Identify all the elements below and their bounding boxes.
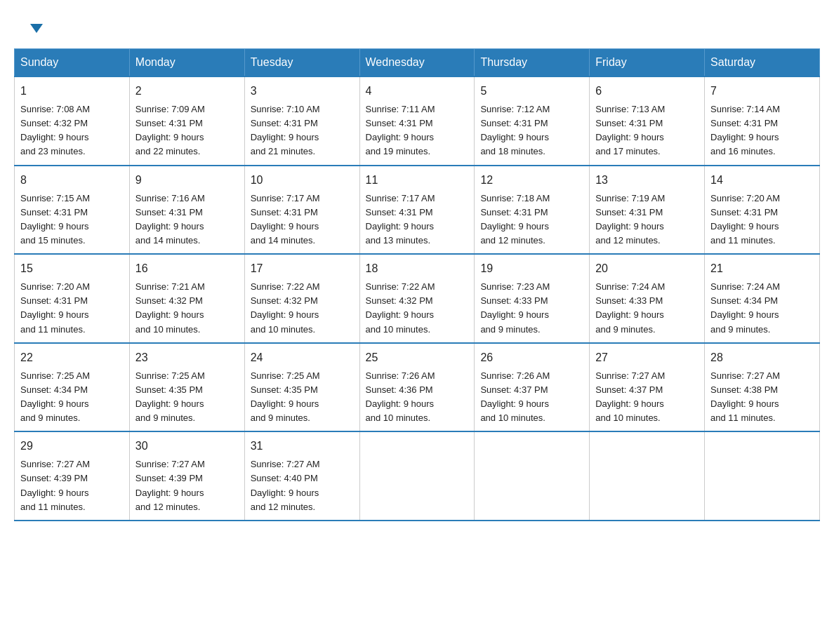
day-number: 20 <box>595 260 699 277</box>
calendar-day-cell: 11 Sunrise: 7:17 AMSunset: 4:31 PMDaylig… <box>359 166 475 255</box>
day-info: Sunrise: 7:20 AMSunset: 4:31 PMDaylight:… <box>20 281 90 334</box>
day-info: Sunrise: 7:27 AMSunset: 4:39 PMDaylight:… <box>135 459 205 511</box>
calendar-day-cell: 27 Sunrise: 7:27 AMSunset: 4:37 PMDaylig… <box>590 343 705 432</box>
calendar-day-cell: 29 Sunrise: 7:27 AMSunset: 4:39 PMDaylig… <box>15 431 130 521</box>
day-number: 1 <box>20 83 124 100</box>
calendar-day-cell: 24 Sunrise: 7:25 AMSunset: 4:35 PMDaylig… <box>244 343 359 432</box>
day-number: 16 <box>135 260 239 277</box>
calendar-day-cell: 14 Sunrise: 7:20 AMSunset: 4:31 PMDaylig… <box>705 166 820 255</box>
day-number: 12 <box>480 172 583 189</box>
calendar-header-friday: Friday <box>590 49 705 77</box>
day-info: Sunrise: 7:27 AMSunset: 4:40 PMDaylight:… <box>251 459 320 511</box>
day-number: 4 <box>366 83 469 100</box>
calendar-header-wednesday: Wednesday <box>359 49 475 77</box>
calendar-day-cell: 8 Sunrise: 7:15 AMSunset: 4:31 PMDayligh… <box>15 166 130 255</box>
day-number: 6 <box>595 83 699 100</box>
day-number: 3 <box>251 83 354 100</box>
day-info: Sunrise: 7:18 AMSunset: 4:31 PMDaylight:… <box>480 193 550 246</box>
day-number: 14 <box>710 172 814 189</box>
calendar-day-cell: 1 Sunrise: 7:08 AMSunset: 4:32 PMDayligh… <box>15 76 130 166</box>
day-info: Sunrise: 7:16 AMSunset: 4:31 PMDaylight:… <box>135 193 205 246</box>
day-number: 13 <box>595 172 699 189</box>
day-info: Sunrise: 7:25 AMSunset: 4:35 PMDaylight:… <box>251 370 320 423</box>
calendar-day-cell <box>359 431 475 521</box>
calendar-week-row: 1 Sunrise: 7:08 AMSunset: 4:32 PMDayligh… <box>15 76 820 166</box>
calendar-day-cell: 15 Sunrise: 7:20 AMSunset: 4:31 PMDaylig… <box>15 254 130 343</box>
calendar-day-cell: 26 Sunrise: 7:26 AMSunset: 4:37 PMDaylig… <box>475 343 590 432</box>
calendar-day-cell: 9 Sunrise: 7:16 AMSunset: 4:31 PMDayligh… <box>129 166 244 255</box>
calendar-day-cell <box>475 431 590 521</box>
day-info: Sunrise: 7:26 AMSunset: 4:36 PMDaylight:… <box>366 370 435 423</box>
calendar-header-tuesday: Tuesday <box>244 49 359 77</box>
calendar-day-cell: 4 Sunrise: 7:11 AMSunset: 4:31 PMDayligh… <box>359 76 475 166</box>
day-number: 31 <box>251 438 354 455</box>
day-number: 19 <box>480 260 583 277</box>
day-info: Sunrise: 7:17 AMSunset: 4:31 PMDaylight:… <box>251 193 320 246</box>
day-number: 11 <box>366 172 469 189</box>
calendar-header-monday: Monday <box>129 49 244 77</box>
calendar-day-cell: 28 Sunrise: 7:27 AMSunset: 4:38 PMDaylig… <box>705 343 820 432</box>
day-info: Sunrise: 7:21 AMSunset: 4:32 PMDaylight:… <box>135 281 205 334</box>
calendar-day-cell: 20 Sunrise: 7:24 AMSunset: 4:33 PMDaylig… <box>590 254 705 343</box>
calendar-day-cell: 21 Sunrise: 7:24 AMSunset: 4:34 PMDaylig… <box>705 254 820 343</box>
calendar-table: SundayMondayTuesdayWednesdayThursdayFrid… <box>14 48 820 521</box>
calendar-day-cell: 3 Sunrise: 7:10 AMSunset: 4:31 PMDayligh… <box>244 76 359 166</box>
day-info: Sunrise: 7:17 AMSunset: 4:31 PMDaylight:… <box>366 193 435 246</box>
day-number: 5 <box>480 83 583 100</box>
day-info: Sunrise: 7:27 AMSunset: 4:39 PMDaylight:… <box>20 459 90 511</box>
day-info: Sunrise: 7:08 AMSunset: 4:32 PMDaylight:… <box>20 104 90 156</box>
day-info: Sunrise: 7:22 AMSunset: 4:32 PMDaylight:… <box>251 281 320 334</box>
calendar-day-cell: 25 Sunrise: 7:26 AMSunset: 4:36 PMDaylig… <box>359 343 475 432</box>
day-info: Sunrise: 7:27 AMSunset: 4:37 PMDaylight:… <box>595 370 665 423</box>
day-info: Sunrise: 7:10 AMSunset: 4:31 PMDaylight:… <box>251 104 320 156</box>
calendar-day-cell: 17 Sunrise: 7:22 AMSunset: 4:32 PMDaylig… <box>244 254 359 343</box>
page-header <box>14 14 820 34</box>
calendar-header-saturday: Saturday <box>705 49 820 77</box>
day-number: 18 <box>366 260 469 277</box>
day-number: 26 <box>480 349 583 366</box>
day-info: Sunrise: 7:09 AMSunset: 4:31 PMDaylight:… <box>135 104 205 156</box>
day-number: 17 <box>251 260 354 277</box>
day-number: 21 <box>710 260 814 277</box>
day-info: Sunrise: 7:25 AMSunset: 4:34 PMDaylight:… <box>20 370 90 423</box>
day-number: 23 <box>135 349 239 366</box>
calendar-day-cell: 7 Sunrise: 7:14 AMSunset: 4:31 PMDayligh… <box>705 76 820 166</box>
day-number: 30 <box>135 438 239 455</box>
day-number: 15 <box>20 260 124 277</box>
day-info: Sunrise: 7:24 AMSunset: 4:33 PMDaylight:… <box>595 281 665 334</box>
calendar-day-cell <box>590 431 705 521</box>
day-number: 8 <box>20 172 124 189</box>
day-number: 24 <box>251 349 354 366</box>
day-number: 29 <box>20 438 124 455</box>
day-info: Sunrise: 7:19 AMSunset: 4:31 PMDaylight:… <box>595 193 665 246</box>
calendar-day-cell: 16 Sunrise: 7:21 AMSunset: 4:32 PMDaylig… <box>129 254 244 343</box>
day-number: 22 <box>20 349 124 366</box>
calendar-week-row: 8 Sunrise: 7:15 AMSunset: 4:31 PMDayligh… <box>15 166 820 255</box>
logo-triangle-icon <box>30 24 43 33</box>
calendar-day-cell: 13 Sunrise: 7:19 AMSunset: 4:31 PMDaylig… <box>590 166 705 255</box>
calendar-header-thursday: Thursday <box>475 49 590 77</box>
day-number: 2 <box>135 83 239 100</box>
logo <box>28 21 43 27</box>
calendar-day-cell: 5 Sunrise: 7:12 AMSunset: 4:31 PMDayligh… <box>475 76 590 166</box>
calendar-day-cell: 22 Sunrise: 7:25 AMSunset: 4:34 PMDaylig… <box>15 343 130 432</box>
calendar-day-cell: 12 Sunrise: 7:18 AMSunset: 4:31 PMDaylig… <box>475 166 590 255</box>
calendar-day-cell: 6 Sunrise: 7:13 AMSunset: 4:31 PMDayligh… <box>590 76 705 166</box>
calendar-header-sunday: Sunday <box>15 49 130 77</box>
day-info: Sunrise: 7:14 AMSunset: 4:31 PMDaylight:… <box>710 104 780 156</box>
day-info: Sunrise: 7:11 AMSunset: 4:31 PMDaylight:… <box>366 104 435 156</box>
day-info: Sunrise: 7:26 AMSunset: 4:37 PMDaylight:… <box>480 370 550 423</box>
calendar-week-row: 22 Sunrise: 7:25 AMSunset: 4:34 PMDaylig… <box>15 343 820 432</box>
calendar-day-cell: 31 Sunrise: 7:27 AMSunset: 4:40 PMDaylig… <box>244 431 359 521</box>
calendar-day-cell: 18 Sunrise: 7:22 AMSunset: 4:32 PMDaylig… <box>359 254 475 343</box>
day-number: 27 <box>595 349 699 366</box>
calendar-week-row: 15 Sunrise: 7:20 AMSunset: 4:31 PMDaylig… <box>15 254 820 343</box>
calendar-day-cell: 10 Sunrise: 7:17 AMSunset: 4:31 PMDaylig… <box>244 166 359 255</box>
day-info: Sunrise: 7:15 AMSunset: 4:31 PMDaylight:… <box>20 193 90 246</box>
day-info: Sunrise: 7:20 AMSunset: 4:31 PMDaylight:… <box>710 193 780 246</box>
calendar-day-cell: 2 Sunrise: 7:09 AMSunset: 4:31 PMDayligh… <box>129 76 244 166</box>
calendar-day-cell <box>705 431 820 521</box>
day-info: Sunrise: 7:22 AMSunset: 4:32 PMDaylight:… <box>366 281 435 334</box>
day-info: Sunrise: 7:24 AMSunset: 4:34 PMDaylight:… <box>710 281 780 334</box>
calendar-day-cell: 19 Sunrise: 7:23 AMSunset: 4:33 PMDaylig… <box>475 254 590 343</box>
